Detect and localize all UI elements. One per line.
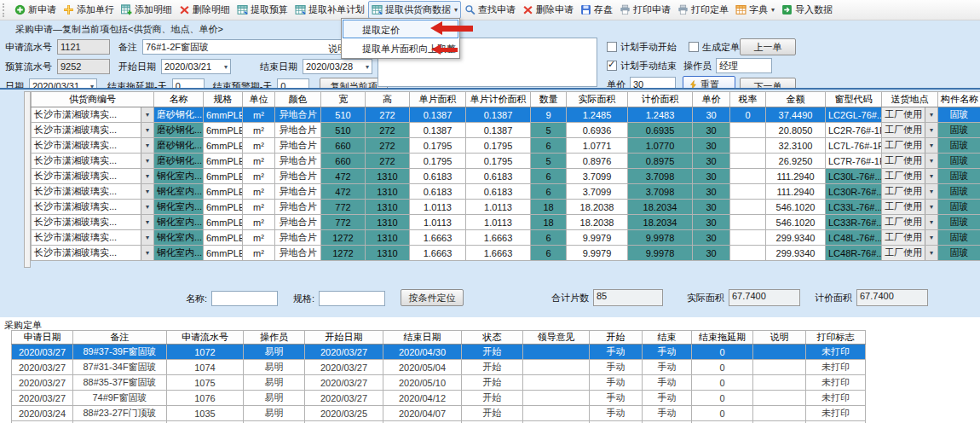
order-cell[interactable]: 未打印 — [806, 345, 866, 360]
cell-window-code[interactable]: LC33L-76#... — [826, 200, 882, 215]
cell-price-area[interactable]: 18.2034 — [628, 215, 693, 230]
detail-row[interactable]: 长沙市潇湘玻璃实...▾磨砂钢化...6mmPLE...m²异地合片510272… — [32, 107, 980, 123]
order-cell[interactable] — [753, 406, 806, 421]
order-cell[interactable]: 手动 — [643, 345, 692, 360]
cell-piece-price-area[interactable]: 1.6663 — [466, 246, 531, 261]
cell-tax[interactable] — [730, 230, 766, 246]
cell-amount[interactable]: 111.2940 — [766, 184, 826, 200]
cell-amount[interactable]: 546.1020 — [766, 215, 826, 230]
order-cell[interactable]: 0 — [692, 406, 753, 421]
cell-height[interactable]: 1310 — [366, 184, 410, 200]
order-cell[interactable]: 2020/04/07 — [383, 406, 462, 421]
cell-height[interactable]: 272 — [366, 123, 410, 138]
cell-tax[interactable] — [730, 123, 766, 138]
cell-supplier[interactable]: 长沙市潇湘玻璃实...▾ — [32, 169, 154, 184]
cell-unit[interactable]: m² — [243, 154, 275, 169]
cell-name[interactable]: 钢化室内... — [154, 230, 204, 246]
cell-color[interactable]: 异地合片 — [275, 154, 321, 169]
delivery-dropdown-arrow[interactable]: ▾ — [925, 123, 937, 137]
order-row[interactable]: 2020/03/2789#37-39F窗固玻1072易明2020/03/2720… — [12, 345, 866, 360]
toolbar-button-save[interactable]: 存盘 — [577, 1, 616, 19]
cell-supplier[interactable]: 长沙市潇湘玻璃实...▾ — [32, 246, 154, 261]
cell-amount[interactable]: 20.8050 — [766, 123, 826, 138]
cell-unit-price[interactable]: 30 — [693, 169, 730, 184]
delivery-dropdown-arrow[interactable]: ▾ — [925, 215, 937, 229]
order-cell[interactable] — [523, 391, 590, 406]
cell-height[interactable]: 1310 — [366, 246, 410, 261]
order-cell[interactable] — [523, 406, 590, 421]
cell-height[interactable]: 272 — [366, 154, 410, 169]
cell-unit[interactable]: m² — [243, 246, 275, 261]
cell-tax[interactable] — [730, 184, 766, 200]
cell-supplier[interactable]: 长沙市潇湘玻璃实...▾ — [32, 200, 154, 215]
cell-name[interactable]: 钢化室内... — [154, 184, 204, 200]
cell-price-area[interactable]: 9.9978 — [628, 230, 693, 246]
order-cell[interactable]: 0 — [692, 375, 753, 391]
order-cell[interactable] — [753, 345, 806, 360]
cell-component[interactable]: 固玻 — [938, 230, 980, 246]
start-date-combo[interactable]: 2020/03/21▾ — [161, 59, 231, 74]
actual-area-field[interactable]: 67.7400 — [729, 289, 800, 306]
cell-qty[interactable]: 6 — [531, 138, 567, 154]
detail-row[interactable]: 长沙市潇湘玻璃实...▾磨砂钢化...6mmPLE...m²异地合片660272… — [32, 154, 980, 169]
cell-name[interactable]: 磨砂钢化... — [154, 154, 204, 169]
cell-spec[interactable]: 6mmPLE... — [204, 184, 243, 200]
cell-color[interactable]: 异地合片 — [275, 107, 321, 123]
cell-component[interactable]: 固玻 — [938, 169, 980, 184]
cell-supplier[interactable]: 长沙市潇湘玻璃实...▾ — [32, 215, 154, 230]
cell-tax[interactable]: 0 — [730, 107, 766, 123]
order-cell[interactable]: 2020/03/27 — [305, 391, 383, 406]
cell-component[interactable]: 固玻 — [938, 215, 980, 230]
delivery-dropdown-arrow[interactable]: ▾ — [925, 200, 937, 214]
cell-supplier[interactable]: 长沙市潇湘玻璃实...▾ — [32, 138, 154, 154]
toolbar-button-new-request[interactable]: 新申请 — [11, 1, 60, 19]
cell-window-code[interactable]: LC48R-76#... — [826, 246, 882, 261]
order-cell[interactable]: 易明 — [244, 345, 305, 360]
cell-color[interactable]: 异地合片 — [275, 246, 321, 261]
cell-actual-area[interactable]: 1.2485 — [567, 107, 628, 123]
order-cell[interactable]: 2020/04/12 — [383, 391, 462, 406]
cell-price-area[interactable]: 9.9978 — [628, 246, 693, 261]
delivery-dropdown-arrow[interactable]: ▾ — [925, 154, 937, 168]
filter-spec-input[interactable] — [319, 291, 385, 306]
supplier-dropdown-arrow[interactable]: ▾ — [141, 184, 153, 199]
cell-delivery[interactable]: 工厂使用▾ — [882, 200, 938, 215]
detail-row[interactable]: 长沙市潇湘玻璃实...▾磨砂钢化...6mmPLE...m²异地合片660272… — [32, 138, 980, 154]
detail-row[interactable]: 长沙市潇湘玻璃实...▾钢化室内...6mmPLE...m²异地合片127213… — [32, 230, 980, 246]
supplier-dropdown-arrow[interactable]: ▾ — [141, 200, 153, 214]
cell-supplier[interactable]: 长沙市潇湘玻璃实...▾ — [32, 123, 154, 138]
end-date-combo[interactable]: 2020/03/28▾ — [303, 59, 372, 74]
cell-actual-area[interactable]: 9.9979 — [567, 246, 628, 261]
cell-spec[interactable]: 6mmPLE... — [204, 154, 243, 169]
cell-height[interactable]: 272 — [366, 138, 410, 154]
cell-unit-price[interactable]: 30 — [693, 138, 730, 154]
cell-piece-area[interactable]: 1.6663 — [410, 230, 466, 246]
cell-amount[interactable]: 37.4490 — [766, 107, 826, 123]
cell-component[interactable]: 固玻 — [938, 107, 980, 123]
cell-spec[interactable]: 6mmPLE... — [204, 169, 243, 184]
cell-spec[interactable]: 6mmPLE... — [204, 246, 243, 261]
order-cell[interactable]: 手动 — [643, 360, 692, 375]
order-cell[interactable]: 74#9F窗固玻 — [73, 391, 167, 406]
cell-unit[interactable]: m² — [243, 200, 275, 215]
delivery-dropdown-arrow[interactable]: ▾ — [925, 138, 937, 153]
toolbar-button-add-row[interactable]: 添加单行 — [60, 1, 118, 19]
cell-component[interactable]: 固玻 — [938, 154, 980, 169]
order-cell[interactable]: 88#35-37F窗固玻 — [73, 375, 167, 391]
cell-delivery[interactable]: 工厂使用▾ — [882, 138, 938, 154]
order-cell[interactable]: 易明 — [244, 406, 305, 421]
order-cell[interactable]: 手动 — [590, 345, 643, 360]
generate-order-checkbox[interactable] — [689, 42, 699, 52]
order-cell[interactable]: 手动 — [590, 360, 643, 375]
order-cell[interactable]: 0 — [692, 345, 753, 360]
cell-color[interactable]: 异地合片 — [275, 138, 321, 154]
order-row[interactable]: 2020/03/2788#35-37F窗固玻1075易明2020/03/2720… — [12, 375, 866, 391]
cell-width[interactable]: 1272 — [321, 230, 366, 246]
cell-amount[interactable]: 299.9340 — [766, 230, 826, 246]
cell-piece-area[interactable]: 1.0113 — [410, 200, 466, 215]
cell-amount[interactable]: 299.9340 — [766, 246, 826, 261]
order-cell[interactable]: 0 — [692, 360, 753, 375]
toolbar-button-search[interactable]: 查找申请 — [461, 1, 519, 19]
cell-unit-price[interactable]: 30 — [693, 154, 730, 169]
order-cell[interactable] — [753, 375, 806, 391]
